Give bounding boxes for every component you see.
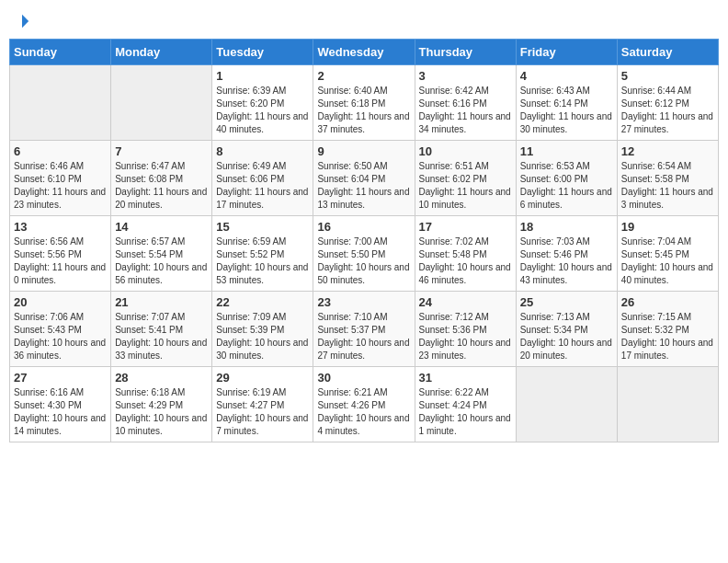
day-number: 29 (216, 371, 309, 385)
day-number: 16 (317, 220, 410, 234)
calendar-cell: 13Sunrise: 6:56 AMSunset: 5:56 PMDayligh… (10, 216, 111, 292)
day-number: 4 (520, 69, 613, 83)
calendar-cell: 19Sunrise: 7:04 AMSunset: 5:45 PMDayligh… (617, 216, 718, 292)
day-number: 26 (621, 295, 714, 309)
calendar-cell: 28Sunrise: 6:18 AMSunset: 4:29 PMDayligh… (111, 367, 212, 442)
day-number: 13 (14, 220, 107, 234)
day-number: 3 (419, 69, 512, 83)
day-info: Sunrise: 7:02 AMSunset: 5:48 PMDaylight:… (419, 236, 512, 287)
day-number: 5 (621, 69, 714, 83)
day-info: Sunrise: 7:04 AMSunset: 5:45 PMDaylight:… (621, 236, 714, 287)
day-info: Sunrise: 6:16 AMSunset: 4:30 PMDaylight:… (14, 386, 107, 438)
calendar-body: 1Sunrise: 6:39 AMSunset: 6:20 PMDaylight… (10, 65, 719, 442)
column-header-tuesday: Tuesday (212, 40, 313, 65)
calendar-cell: 3Sunrise: 6:42 AMSunset: 6:16 PMDaylight… (415, 65, 516, 141)
calendar-cell: 23Sunrise: 7:10 AMSunset: 5:37 PMDayligh… (313, 292, 415, 367)
day-info: Sunrise: 6:56 AMSunset: 5:56 PMDaylight:… (14, 236, 107, 287)
day-info: Sunrise: 7:03 AMSunset: 5:46 PMDaylight:… (520, 236, 613, 287)
day-info: Sunrise: 6:51 AMSunset: 6:02 PMDaylight:… (419, 160, 512, 212)
calendar-cell: 6Sunrise: 6:46 AMSunset: 6:10 PMDaylight… (10, 141, 111, 216)
day-info: Sunrise: 6:19 AMSunset: 4:27 PMDaylight:… (216, 386, 309, 438)
day-number: 14 (115, 220, 208, 234)
day-info: Sunrise: 7:10 AMSunset: 5:37 PMDaylight:… (317, 311, 410, 362)
calendar-cell: 12Sunrise: 6:54 AMSunset: 5:58 PMDayligh… (617, 141, 718, 216)
day-number: 7 (115, 144, 208, 158)
day-number: 21 (115, 295, 208, 309)
logo (13, 9, 30, 31)
calendar-cell: 29Sunrise: 6:19 AMSunset: 4:27 PMDayligh… (212, 367, 313, 442)
day-info: Sunrise: 6:39 AMSunset: 6:20 PMDaylight:… (216, 85, 309, 136)
day-info: Sunrise: 6:59 AMSunset: 5:52 PMDaylight:… (216, 236, 309, 287)
logo-general (13, 9, 30, 31)
day-info: Sunrise: 7:00 AMSunset: 5:50 PMDaylight:… (317, 236, 410, 287)
calendar-header-row: SundayMondayTuesdayWednesdayThursdayFrid… (10, 40, 719, 65)
day-number: 12 (621, 144, 714, 158)
calendar-cell: 25Sunrise: 7:13 AMSunset: 5:34 PMDayligh… (516, 292, 617, 367)
calendar-cell: 31Sunrise: 6:22 AMSunset: 4:24 PMDayligh… (415, 367, 516, 442)
day-info: Sunrise: 6:50 AMSunset: 6:04 PMDaylight:… (317, 160, 410, 212)
column-header-saturday: Saturday (617, 40, 718, 65)
column-header-friday: Friday (516, 40, 617, 65)
day-number: 18 (520, 220, 613, 234)
calendar-cell: 30Sunrise: 6:21 AMSunset: 4:26 PMDayligh… (313, 367, 415, 442)
calendar-cell: 8Sunrise: 6:49 AMSunset: 6:06 PMDaylight… (212, 141, 313, 216)
day-info: Sunrise: 6:42 AMSunset: 6:16 PMDaylight:… (419, 85, 512, 136)
calendar-cell: 17Sunrise: 7:02 AMSunset: 5:48 PMDayligh… (415, 216, 516, 292)
calendar-table: SundayMondayTuesdayWednesdayThursdayFrid… (9, 39, 719, 442)
day-info: Sunrise: 6:47 AMSunset: 6:08 PMDaylight:… (115, 160, 208, 212)
calendar-cell: 15Sunrise: 6:59 AMSunset: 5:52 PMDayligh… (212, 216, 313, 292)
day-number: 25 (520, 295, 613, 309)
calendar-cell: 1Sunrise: 6:39 AMSunset: 6:20 PMDaylight… (212, 65, 313, 141)
day-info: Sunrise: 6:44 AMSunset: 6:12 PMDaylight:… (621, 85, 714, 136)
column-header-wednesday: Wednesday (313, 40, 415, 65)
day-number: 1 (216, 69, 309, 83)
day-number: 31 (419, 371, 512, 385)
calendar-cell: 4Sunrise: 6:43 AMSunset: 6:14 PMDaylight… (516, 65, 617, 141)
day-info: Sunrise: 6:46 AMSunset: 6:10 PMDaylight:… (14, 160, 107, 212)
day-info: Sunrise: 6:22 AMSunset: 4:24 PMDaylight:… (419, 386, 512, 438)
calendar-cell: 21Sunrise: 7:07 AMSunset: 5:41 PMDayligh… (111, 292, 212, 367)
calendar-cell: 10Sunrise: 6:51 AMSunset: 6:02 PMDayligh… (415, 141, 516, 216)
day-number: 6 (14, 144, 107, 158)
day-number: 19 (621, 220, 714, 234)
day-number: 15 (216, 220, 309, 234)
day-info: Sunrise: 6:40 AMSunset: 6:18 PMDaylight:… (317, 85, 410, 136)
calendar-cell: 26Sunrise: 7:15 AMSunset: 5:32 PMDayligh… (617, 292, 718, 367)
calendar-cell (111, 65, 212, 141)
calendar-cell: 14Sunrise: 6:57 AMSunset: 5:54 PMDayligh… (111, 216, 212, 292)
svg-marker-0 (22, 15, 28, 28)
day-number: 27 (14, 371, 107, 385)
day-info: Sunrise: 7:07 AMSunset: 5:41 PMDaylight:… (115, 311, 208, 362)
calendar-cell: 11Sunrise: 6:53 AMSunset: 6:00 PMDayligh… (516, 141, 617, 216)
day-number: 30 (317, 371, 410, 385)
day-number: 10 (419, 144, 512, 158)
day-info: Sunrise: 6:53 AMSunset: 6:00 PMDaylight:… (520, 160, 613, 212)
calendar-cell: 22Sunrise: 7:09 AMSunset: 5:39 PMDayligh… (212, 292, 313, 367)
calendar-week-1: 6Sunrise: 6:46 AMSunset: 6:10 PMDaylight… (10, 141, 719, 216)
day-info: Sunrise: 6:57 AMSunset: 5:54 PMDaylight:… (115, 236, 208, 287)
calendar-week-0: 1Sunrise: 6:39 AMSunset: 6:20 PMDaylight… (10, 65, 719, 141)
calendar-week-3: 20Sunrise: 7:06 AMSunset: 5:43 PMDayligh… (10, 292, 719, 367)
calendar-cell: 20Sunrise: 7:06 AMSunset: 5:43 PMDayligh… (10, 292, 111, 367)
day-number: 8 (216, 144, 309, 158)
column-header-monday: Monday (111, 40, 212, 65)
column-header-thursday: Thursday (415, 40, 516, 65)
day-number: 9 (317, 144, 410, 158)
day-number: 11 (520, 144, 613, 158)
calendar-cell (10, 65, 111, 141)
calendar-cell (516, 367, 617, 442)
calendar-cell: 5Sunrise: 6:44 AMSunset: 6:12 PMDaylight… (617, 65, 718, 141)
day-info: Sunrise: 6:18 AMSunset: 4:29 PMDaylight:… (115, 386, 208, 438)
day-info: Sunrise: 6:49 AMSunset: 6:06 PMDaylight:… (216, 160, 309, 212)
calendar-week-2: 13Sunrise: 6:56 AMSunset: 5:56 PMDayligh… (10, 216, 719, 292)
day-number: 22 (216, 295, 309, 309)
day-number: 2 (317, 69, 410, 83)
column-header-sunday: Sunday (10, 40, 111, 65)
calendar-week-4: 27Sunrise: 6:16 AMSunset: 4:30 PMDayligh… (10, 367, 719, 442)
calendar-cell: 7Sunrise: 6:47 AMSunset: 6:08 PMDaylight… (111, 141, 212, 216)
day-number: 17 (419, 220, 512, 234)
day-info: Sunrise: 7:09 AMSunset: 5:39 PMDaylight:… (216, 311, 309, 362)
day-info: Sunrise: 7:15 AMSunset: 5:32 PMDaylight:… (621, 311, 714, 362)
calendar-cell: 2Sunrise: 6:40 AMSunset: 6:18 PMDaylight… (313, 65, 415, 141)
day-number: 20 (14, 295, 107, 309)
